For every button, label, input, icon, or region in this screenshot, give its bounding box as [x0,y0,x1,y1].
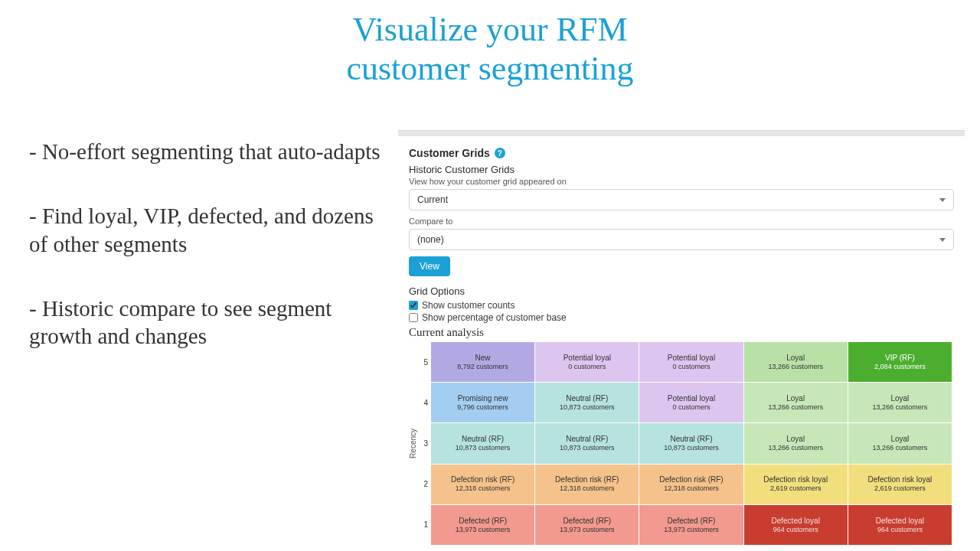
show-counts-checkbox[interactable] [409,301,418,310]
segment-name: Neutral (RF) [670,434,712,444]
segment-name: Neutral (RF) [566,393,608,403]
segment-name: Defection risk (RF) [451,474,514,484]
bullet-3: - Historic compare to see segment growth… [29,295,381,350]
grid-cell-3-3[interactable]: Defection risk loyal2,619 customers [744,465,848,504]
segment-count: 13,973 customers [456,526,511,535]
grid-cell-0-1[interactable]: Potential loyal0 customers [535,342,639,382]
bullet-list: - No-effort segmenting that auto-adapts … [29,138,381,386]
segment-count: 2,084 customers [874,363,926,372]
row-label-4: 4 [420,399,428,407]
segment-count: 13,266 customers [768,363,823,372]
grid-cell-0-3[interactable]: Loyal13,266 customers [744,342,848,382]
rfm-grid-wrap: Recency 5 4 3 2 1 New8,792 customersPote… [409,342,954,545]
segment-name: Loyal [786,434,805,444]
compare-to-value: (none) [417,234,444,245]
segment-count: 10,873 customers [456,444,511,453]
segment-name: Potential loyal [668,353,715,363]
row-label-5: 5 [420,358,428,367]
chevron-down-icon [939,198,946,202]
slide-title: Visualize your RFM customer segmenting [0,0,980,88]
row-label-2: 2 [420,480,428,488]
grid-cell-4-2[interactable]: Defected (RF)13,973 customers [639,505,743,545]
grid-cell-1-3[interactable]: Loyal13,266 customers [744,383,848,422]
segment-name: Loyal [890,434,909,444]
segment-count: 10,873 customers [560,444,615,453]
segment-count: 13,266 customers [768,444,823,453]
segment-count: 0 customers [672,403,710,412]
segment-count: 0 customers [568,363,606,372]
segment-count: 8,792 customers [457,363,508,372]
show-pct-option[interactable]: Show percentage of customer base [409,312,954,323]
show-counts-label: Show customer counts [422,300,514,311]
segment-count: 10,873 customers [664,444,719,453]
app-panel: Customer Grids ? Historic Customer Grids… [398,130,965,545]
grid-cell-3-0[interactable]: Defection risk (RF)12,318 customers [431,465,534,504]
grid-cell-1-0[interactable]: Promising new9,796 customers [431,383,534,422]
segment-name: Loyal [786,353,805,363]
segment-count: 964 customers [773,526,818,535]
segment-name: Defected loyal [772,516,820,526]
grid-cell-1-4[interactable]: Loyal13,266 customers [848,383,952,422]
segment-name: Defected (RF) [668,516,716,526]
view-on-select[interactable]: Current [409,189,954,210]
segment-name: Defection risk loyal [763,474,828,484]
grid-cell-4-4[interactable]: Defected loyal964 customers [848,505,952,545]
view-on-value: Current [417,194,448,205]
segment-count: 12,318 customers [560,484,615,494]
chevron-down-icon [939,238,946,242]
segment-name: Neutral (RF) [566,434,608,444]
segment-count: 12,318 customers [456,484,511,494]
grid-cell-2-4[interactable]: Loyal13,266 customers [848,423,952,463]
segment-count: 2,619 customers [770,484,822,494]
slide-title-line2: customer segmenting [346,50,633,87]
grid-cell-3-2[interactable]: Defection risk (RF)12,318 customers [639,465,743,504]
segment-count: 2,619 customers [874,484,926,494]
bullet-2: - Find loyal, VIP, defected, and dozens … [29,202,381,258]
segment-name: VIP (RF) [885,353,915,363]
grid-cell-3-4[interactable]: Defection risk loyal2,619 customers [848,465,952,504]
segment-count: 13,266 customers [873,403,928,412]
segment-name: Potential loyal [564,353,611,363]
segment-name: Loyal [890,393,909,403]
segment-count: 12,318 customers [664,484,719,494]
grid-cell-4-3[interactable]: Defected loyal964 customers [744,505,848,545]
grid-cell-0-2[interactable]: Potential loyal0 customers [639,342,743,382]
panel-top-bar [398,130,965,136]
segment-name: Defected (RF) [563,516,611,526]
show-counts-option[interactable]: Show customer counts [409,300,954,311]
grid-cell-1-2[interactable]: Potential loyal0 customers [639,383,743,422]
segment-name: Defection risk (RF) [659,474,723,484]
segment-count: 10,873 customers [560,403,615,412]
segment-count: 964 customers [877,526,923,535]
grid-cell-2-0[interactable]: Neutral (RF)10,873 customers [431,423,534,463]
show-pct-label: Show percentage of customer base [422,312,567,323]
grid-cell-1-1[interactable]: Neutral (RF)10,873 customers [535,383,639,422]
grid-cell-2-3[interactable]: Loyal13,266 customers [744,423,848,463]
view-button[interactable]: View [409,256,450,276]
segment-count: 0 customers [672,363,710,372]
row-label-3: 3 [420,439,428,448]
help-icon[interactable]: ? [495,148,505,158]
segment-name: Promising new [458,393,508,403]
grid-cell-0-0[interactable]: New8,792 customers [431,342,534,382]
grid-cell-0-4[interactable]: VIP (RF)2,084 customers [848,342,952,382]
grid-cell-4-1[interactable]: Defected (RF)13,973 customers [535,505,639,545]
view-on-label: View how your customer grid appeared on [409,177,954,186]
grid-cell-2-1[interactable]: Neutral (RF)10,873 customers [535,423,639,463]
grid-cell-2-2[interactable]: Neutral (RF)10,873 customers [639,423,743,463]
grid-cell-4-0[interactable]: Defected (RF)13,973 customers [431,505,534,545]
grid-cell-3-1[interactable]: Defection risk (RF)12,318 customers [535,465,639,504]
y-axis-label: Recency [409,429,417,458]
compare-to-label: Compare to [409,217,954,226]
segment-count: 13,266 customers [873,444,928,453]
segment-name: Potential loyal [668,393,715,403]
compare-to-select[interactable]: (none) [409,229,954,250]
current-analysis-title: Current analysis [409,326,954,339]
rfm-grid: New8,792 customersPotential loyal0 custo… [431,342,952,545]
segment-count: 13,973 customers [560,526,615,535]
segment-name: Defection risk loyal [867,474,932,484]
segment-name: Neutral (RF) [462,434,504,444]
slide-title-line1: Visualize your RFM [352,11,627,48]
show-pct-checkbox[interactable] [409,313,418,322]
segment-count: 9,796 customers [457,403,508,412]
